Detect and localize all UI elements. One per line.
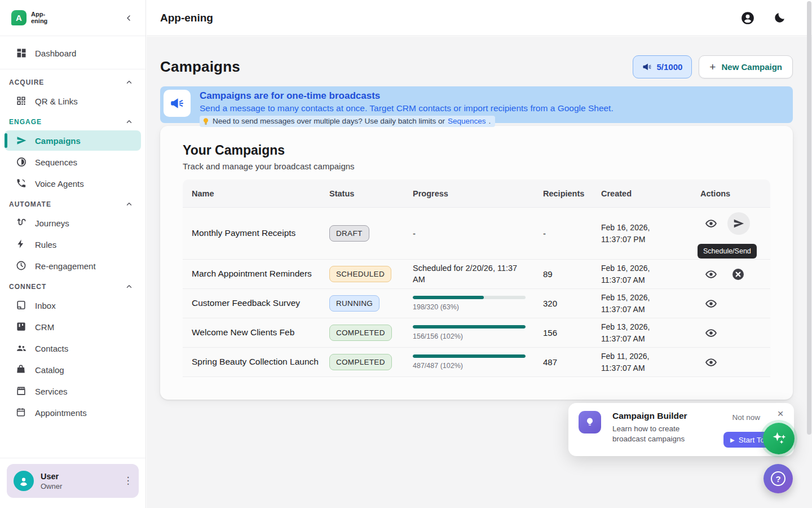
megaphone-icon — [164, 90, 191, 117]
actions-cell — [691, 352, 770, 373]
not-now-button[interactable]: Not now — [732, 413, 760, 422]
send-icon — [732, 217, 745, 230]
dark-mode-toggle[interactable] — [771, 10, 787, 26]
progress-track — [413, 325, 526, 329]
sequences-link[interactable]: Sequences — [448, 117, 486, 125]
column-header-progress: Progress — [404, 189, 534, 198]
banner-body: Campaigns are for one-time broadcasts Se… — [200, 89, 614, 121]
sidebar-item-label: QR & Links — [35, 97, 78, 106]
sidebar-item-dashboard[interactable]: Dashboard — [5, 43, 141, 63]
user-card[interactable]: User Owner ⋮ — [7, 464, 139, 498]
status-cell: COMPLETED — [320, 354, 404, 370]
view-button[interactable] — [700, 352, 722, 373]
sidebar-item-label: CRM — [35, 322, 54, 332]
schedule-send-button[interactable] — [727, 212, 750, 235]
table-row: Customer Feedback Survey RUNNING 198/320… — [183, 289, 770, 318]
scrollbar-track[interactable] — [806, 0, 812, 508]
progress-cell: 487/487 (102%) — [404, 354, 534, 370]
status-badge: SCHEDULED — [329, 266, 391, 282]
view-button[interactable] — [700, 213, 722, 234]
created-cell: Feb 15, 2026, 11:37:07 AM — [592, 292, 671, 316]
lightbulb-icon — [579, 411, 601, 433]
recipients-cell: 320 — [534, 299, 592, 308]
progress-track — [413, 296, 526, 299]
new-campaign-label: New Campaign — [721, 62, 782, 72]
progress-label: 198/320 (63%) — [413, 303, 526, 311]
view-button[interactable] — [700, 293, 722, 314]
sidebar-section-acquire[interactable]: ACQUIRE — [0, 73, 145, 90]
banner-tip-text: Need to send messages over multiple days… — [213, 117, 445, 125]
section-label: AUTOMATE — [9, 200, 51, 208]
sidebar-item-re-engagement[interactable]: Re-engagement — [5, 256, 141, 276]
user-meta: User Owner — [41, 472, 116, 491]
eye-icon — [705, 268, 717, 281]
progress-cell: 156/156 (102%) — [404, 325, 534, 340]
help-button[interactable]: ? — [764, 464, 793, 493]
close-icon: × — [777, 408, 783, 420]
sidebar-section-automate[interactable]: AUTOMATE — [0, 195, 145, 212]
campaigns-table: Name Status Progress Recipients Created … — [183, 179, 770, 377]
sidebar-item-inbox[interactable]: Inbox — [5, 295, 141, 316]
actions-cell — [691, 322, 770, 344]
page-title: Campaigns — [160, 58, 240, 76]
view-button[interactable] — [700, 322, 722, 344]
sidebar-item-voice-agents[interactable]: Voice Agents — [5, 173, 141, 194]
eye-icon — [705, 356, 717, 369]
sidebar-item-label: Campaigns — [35, 136, 81, 146]
ai-assistant-button[interactable] — [763, 423, 795, 454]
popup-body: Learn how to create broadcast campaigns — [612, 424, 703, 444]
lightning-icon — [16, 239, 27, 250]
table-row: Spring Beauty Collection Launch COMPLETE… — [183, 348, 770, 377]
cancel-button[interactable] — [727, 264, 749, 285]
campaigns-card-title: Your Campaigns — [183, 143, 770, 158]
sidebar-item-label: Re-engagement — [35, 261, 96, 271]
progress-cell: 198/320 (63%) — [404, 296, 534, 311]
progress-bar: 198/320 (63%) — [413, 296, 526, 311]
new-campaign-button[interactable]: + New Campaign — [699, 55, 793, 78]
campaign-name: March Appointment Reminders — [183, 268, 320, 279]
section-label: CONNECT — [9, 283, 46, 291]
account-button[interactable] — [740, 10, 756, 26]
banner-tip: Need to send messages over multiple days… — [200, 116, 495, 127]
user-name: User — [41, 472, 116, 481]
sidebar-item-journeys[interactable]: Journeys — [5, 213, 141, 233]
play-icon: ▶ — [730, 437, 735, 443]
scrollbar-thumb[interactable] — [807, 1, 811, 435]
people-icon — [16, 343, 27, 354]
close-popup-button[interactable]: × — [774, 408, 787, 420]
created-cell: Feb 16, 2026, 11:37:07 PM — [592, 222, 671, 246]
sidebar-item-rules[interactable]: Rules — [5, 234, 141, 255]
status-badge: RUNNING — [329, 295, 379, 312]
page-header-actions: 5/1000 + New Campaign — [633, 55, 793, 78]
status-cell: DRAFT — [320, 225, 404, 242]
sidebar-section-engage[interactable]: ENGAGE — [0, 112, 145, 129]
column-header-name: Name — [183, 189, 320, 198]
calendar-icon — [16, 407, 27, 418]
sidebar-item-label: Voice Agents — [35, 179, 84, 189]
sparkles-icon — [770, 430, 787, 447]
collapse-sidebar-button[interactable] — [121, 10, 136, 26]
sidebar-item-crm[interactable]: CRM — [5, 317, 141, 337]
table-row: March Appointment Reminders SCHEDULED Sc… — [183, 260, 770, 289]
sidebar-item-services[interactable]: Services — [5, 381, 141, 401]
view-button[interactable] — [700, 264, 722, 285]
sidebar-item-contacts[interactable]: Contacts — [5, 338, 141, 358]
created-cell: Feb 16, 2026, 11:37:07 AM — [592, 262, 671, 286]
info-banner: Campaigns are for one-time broadcasts Se… — [160, 86, 793, 123]
campaign-quota-badge[interactable]: 5/1000 — [633, 55, 692, 78]
sidebar-item-catalog[interactable]: Catalog — [5, 360, 141, 380]
progress-fill — [413, 325, 526, 329]
sidebar-item-label: Rules — [35, 240, 56, 249]
sidebar-item-qr-links[interactable]: QR & Links — [5, 91, 141, 111]
sidebar-section-connect[interactable]: CONNECT — [0, 277, 145, 294]
sidebar-logo-row: A App-ening — [0, 0, 145, 36]
table-header-row: Name Status Progress Recipients Created … — [183, 179, 770, 208]
sidebar-item-sequences[interactable]: Sequences — [5, 152, 141, 172]
user-menu-button[interactable]: ⋮ — [123, 478, 133, 483]
created-cell: Feb 13, 2026, 11:37:07 AM — [592, 321, 671, 345]
campaign-name: Monthly Payment Receipts — [183, 227, 320, 239]
banner-title: Campaigns are for one-time broadcasts — [200, 90, 614, 102]
sidebar-item-appointments[interactable]: Appointments — [5, 402, 141, 423]
page-header: Campaigns 5/1000 + New Campaign — [160, 55, 793, 78]
sidebar-item-campaigns[interactable]: Campaigns — [5, 130, 141, 151]
